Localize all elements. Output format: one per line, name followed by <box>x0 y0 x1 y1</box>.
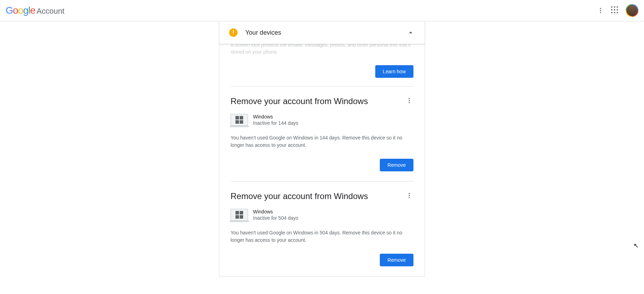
section-title: Remove your account from Windows <box>231 96 405 106</box>
windows-device-icon <box>231 209 248 221</box>
section-menu-icon[interactable] <box>405 191 413 200</box>
learn-how-button[interactable]: Learn how <box>375 65 413 78</box>
device-name: Windows <box>253 209 413 214</box>
svg-point-7 <box>409 195 410 196</box>
svg-point-5 <box>409 102 410 103</box>
device-status: Inactive for 504 days <box>253 215 413 221</box>
svg-point-0 <box>600 8 601 9</box>
remove-button[interactable]: Remove <box>380 159 413 171</box>
device-status: Inactive for 144 days <box>253 120 413 126</box>
svg-point-2 <box>600 12 601 13</box>
device-name: Windows <box>253 114 413 119</box>
google-apps-icon[interactable] <box>611 6 619 15</box>
svg-point-3 <box>409 98 410 99</box>
svg-point-8 <box>409 197 410 198</box>
remove-button[interactable]: Remove <box>380 254 413 266</box>
google-account-logo[interactable]: Google Account <box>6 5 64 16</box>
devices-card: OnePlus OnePlus3T ! No screen lock detec… <box>219 21 425 276</box>
device-description: You haven't used Google on Windows in 14… <box>231 134 413 149</box>
google-logo: Google <box>6 5 35 16</box>
sticky-section-header[interactable]: ! Your devices <box>219 21 425 44</box>
device-description: You haven't used Google on Windows in 50… <box>231 229 413 244</box>
svg-point-4 <box>409 100 410 101</box>
account-label: Account <box>36 7 64 16</box>
chevron-up-icon[interactable] <box>406 28 415 37</box>
svg-point-1 <box>600 10 601 11</box>
warning-icon: ! <box>229 28 238 37</box>
account-avatar[interactable] <box>626 4 638 17</box>
svg-point-6 <box>409 193 410 194</box>
section-title: Remove your account from Windows <box>231 191 405 201</box>
device-section-0: Remove your account from Windows Windows… <box>219 87 425 181</box>
windows-device-icon <box>231 114 248 126</box>
section-menu-icon[interactable] <box>405 96 413 105</box>
more-vert-icon[interactable] <box>596 6 605 15</box>
top-bar: Google Account <box>0 0 644 21</box>
device-section-1: Remove your account from Windows Windows… <box>219 182 425 276</box>
sticky-title: Your devices <box>245 29 399 36</box>
